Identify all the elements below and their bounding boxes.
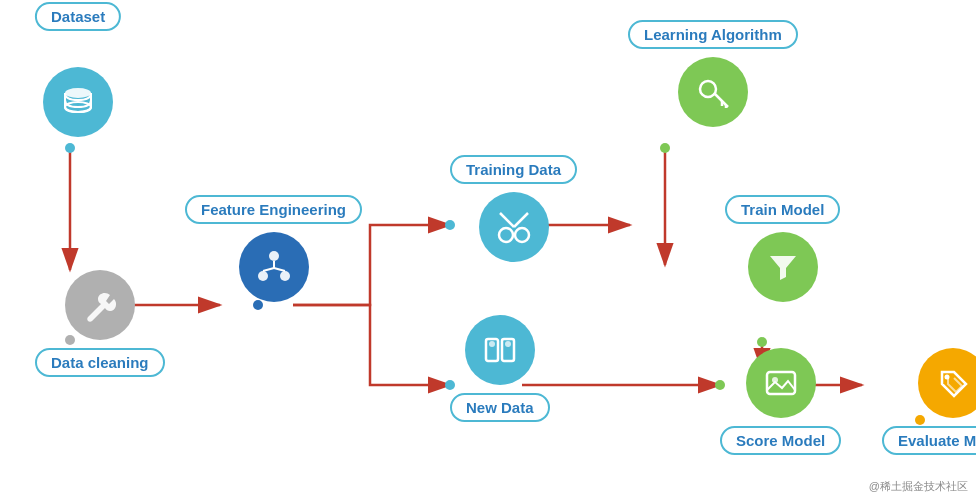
svg-point-25	[499, 228, 513, 242]
learning-algorithm-icon	[678, 57, 748, 127]
ml-pipeline-diagram: Dataset Data cleaning Feature Engineerin…	[0, 0, 976, 500]
evaluate-model-icon	[918, 348, 976, 418]
svg-point-21	[280, 271, 290, 281]
new-data-icon	[465, 315, 535, 385]
svg-point-33	[700, 81, 716, 97]
feature-engineering-icon	[239, 232, 309, 302]
svg-line-23	[263, 268, 274, 271]
evaluate-model-node: Evaluate Model	[882, 348, 976, 455]
score-model-icon	[746, 348, 816, 418]
score-model-node: Score Model	[720, 348, 841, 455]
svg-line-28	[514, 213, 528, 227]
svg-point-17	[65, 88, 91, 98]
data-cleaning-node: Data cleaning	[35, 270, 165, 377]
dataset-label: Dataset	[35, 2, 121, 31]
svg-point-31	[489, 341, 495, 347]
score-model-label: Score Model	[720, 426, 841, 455]
watermark: @稀土掘金技术社区	[869, 479, 968, 494]
training-data-icon	[479, 192, 549, 262]
dataset-node: Dataset	[35, 30, 121, 137]
svg-line-27	[500, 213, 514, 227]
feature-engineering-node: Feature Engineering	[185, 195, 362, 302]
train-model-label: Train Model	[725, 195, 840, 224]
new-data-label: New Data	[450, 393, 550, 422]
new-data-node: New Data	[450, 315, 550, 422]
learning-algorithm-node: Learning Algorithm	[628, 20, 798, 127]
dataset-icon	[43, 67, 113, 137]
data-cleaning-label: Data cleaning	[35, 348, 165, 377]
training-data-label: Training Data	[450, 155, 577, 184]
svg-line-24	[274, 268, 285, 271]
svg-point-13	[660, 143, 670, 153]
svg-point-26	[515, 228, 529, 242]
svg-point-32	[505, 341, 511, 347]
svg-point-19	[269, 251, 279, 261]
feature-engineering-label: Feature Engineering	[185, 195, 362, 224]
data-cleaning-icon	[65, 270, 135, 340]
train-model-icon	[748, 232, 818, 302]
training-data-node: Training Data	[450, 155, 577, 262]
train-model-node: Train Model	[725, 195, 840, 302]
svg-point-14	[757, 337, 767, 347]
svg-point-8	[65, 143, 75, 153]
svg-point-20	[258, 271, 268, 281]
evaluate-model-label: Evaluate Model	[882, 426, 976, 455]
learning-algorithm-label: Learning Algorithm	[628, 20, 798, 49]
